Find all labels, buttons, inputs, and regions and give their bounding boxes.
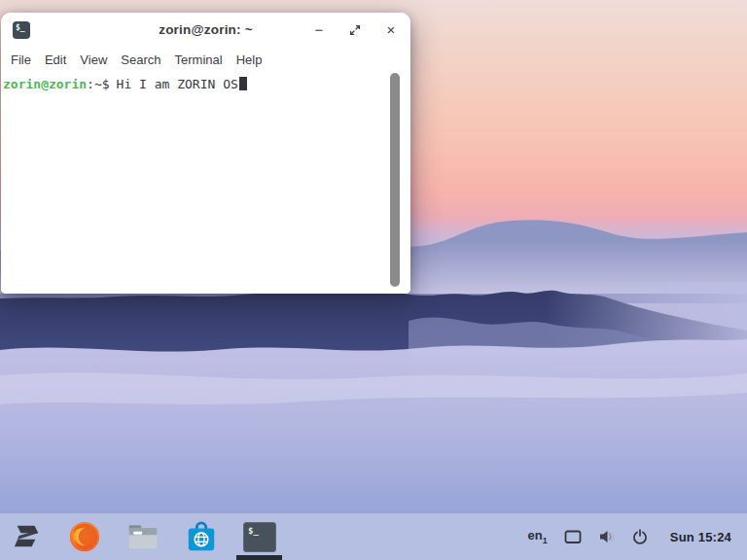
- zorin-menu-button[interactable]: [10, 519, 43, 554]
- terminal-menubar: File Edit View Search Terminal Help: [1, 47, 410, 73]
- folder-icon: [126, 521, 160, 552]
- terminal-window: $_ zorin@zorin: ~ − × File Edit View Sea…: [1, 13, 410, 294]
- terminal-content[interactable]: zorin@zorin:~$Hi I am ZORIN OS: [1, 73, 410, 294]
- terminal-taskbar-button[interactable]: $_: [243, 519, 276, 554]
- menu-terminal[interactable]: Terminal: [175, 52, 223, 67]
- software-store-icon: [185, 519, 218, 554]
- minimize-button[interactable]: −: [312, 23, 326, 37]
- clock[interactable]: Sun 15:24: [670, 530, 731, 544]
- prompt-path: :~$: [87, 77, 109, 91]
- maximize-button[interactable]: [348, 23, 362, 37]
- taskbar: $_ en1 Sun 15:24: [0, 513, 747, 560]
- language-indicator[interactable]: en1: [528, 528, 548, 545]
- terminal-icon: $_: [243, 522, 276, 552]
- zorin-logo-icon: [10, 523, 43, 550]
- files-button[interactable]: [126, 519, 160, 554]
- prompt-user-host: zorin@zorin: [3, 77, 87, 91]
- power-icon: [632, 529, 648, 544]
- firefox-button[interactable]: [68, 519, 101, 554]
- active-window-indicator: [236, 555, 282, 560]
- taskbar-apps: $_: [0, 519, 276, 554]
- menu-view[interactable]: View: [80, 52, 107, 67]
- titlebar[interactable]: $_ zorin@zorin: ~ − ×: [1, 13, 410, 47]
- display-button[interactable]: [564, 530, 582, 544]
- terminal-scrollbar[interactable]: [390, 73, 400, 287]
- menu-edit[interactable]: Edit: [45, 52, 66, 67]
- software-store-button[interactable]: [185, 519, 218, 554]
- power-button[interactable]: [632, 529, 648, 544]
- close-button[interactable]: ×: [384, 23, 398, 37]
- speaker-icon: [598, 529, 616, 544]
- menu-help[interactable]: Help: [236, 52, 263, 67]
- menu-file[interactable]: File: [11, 52, 31, 67]
- volume-button[interactable]: [598, 529, 616, 544]
- taskbar-status-area: en1 Sun 15:24: [528, 528, 747, 545]
- resize-arrows-icon: [349, 24, 361, 36]
- text-cursor: [239, 77, 247, 90]
- terminal-app-icon: $_: [13, 21, 30, 39]
- prompt-line: zorin@zorin:~$Hi I am ZORIN OS: [3, 77, 409, 92]
- display-icon: [564, 530, 582, 544]
- menu-search[interactable]: Search: [121, 52, 160, 67]
- typed-command: Hi I am ZORIN OS: [117, 77, 238, 91]
- firefox-icon: [68, 519, 101, 554]
